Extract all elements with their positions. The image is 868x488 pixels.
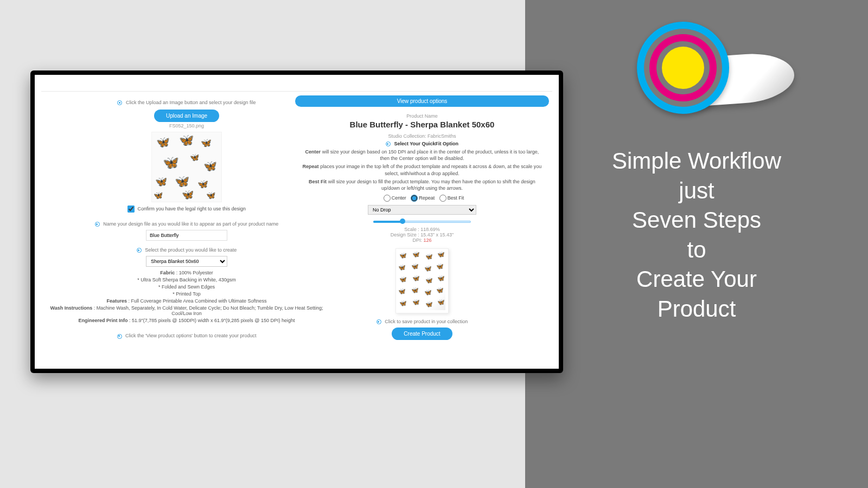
studio-collection: Studio Collection: FabricSmiths xyxy=(292,133,552,139)
quickfit-heading: Select Your QuickFit Option xyxy=(394,141,458,146)
dpi-readout: DPI: 126 xyxy=(292,237,552,243)
product-name-heading: Blue Butterfly - Sherpa Blanket 50x60 xyxy=(292,120,552,129)
quickfit-bestfit-desc: Best Fit will size your design to fill t… xyxy=(301,178,544,191)
quickfit-center-radio[interactable] xyxy=(384,195,391,202)
scale-readout: Scale : 118.69% xyxy=(292,227,552,232)
step-indicator-icon xyxy=(95,222,100,227)
step-upload-hint: Click the Upload an Image button and sel… xyxy=(46,100,328,105)
step-view-options-hint: Click the 'View product options' button … xyxy=(46,333,328,338)
product-mockup: 🦋🦋🦋🦋 🦋🦋🦋🦋 🦋🦋🦋🦋 🦋🦋🦋🦋 🦋🦋🦋🦋 xyxy=(395,248,449,313)
spec-wash: Wash Instructions : Machine Wash, Separa… xyxy=(46,305,328,316)
product-name-label: Product Name xyxy=(292,113,552,119)
quickfit-bestfit-radio[interactable] xyxy=(439,195,446,202)
promo-panel: Simple Workflow just Seven Steps to Crea… xyxy=(525,0,868,488)
upload-image-button[interactable]: Upload an Image xyxy=(154,110,219,122)
brand-logo xyxy=(631,22,762,114)
spec-bullet: * Folded and Sewn Edges xyxy=(46,284,328,290)
right-column: View product options Product Name Blue B… xyxy=(292,95,552,340)
designsize-readout: Design Size : 15.43" x 15.43" xyxy=(292,232,552,237)
spec-bullet: * Printed Top xyxy=(46,291,328,297)
app-frame: Click the Upload an Image button and sel… xyxy=(30,70,563,373)
spec-bullet: * Ultra Soft Sherpa Backing in White, 43… xyxy=(46,277,328,282)
left-column: Click the Upload an Image button and sel… xyxy=(46,100,328,339)
step-save-hint: Click to save product in your collection xyxy=(292,319,552,324)
design-preview: 🦋 🦋 🦋 🦋 🦋 🦋 🦋 🦋 🦋 🦋 🦋 🦋 xyxy=(151,132,222,202)
step-name-hint: Name your design file as you would like … xyxy=(46,221,328,227)
spec-print-info: Engineered Print Info : 51.9"(7,785 pixe… xyxy=(46,318,328,323)
promo-text: Simple Workflow just Seven Steps to Crea… xyxy=(612,146,781,324)
spec-fabric: Fabric : 100% Polyester xyxy=(46,270,328,275)
quickfit-radio-row: Center Repeat Best Fit xyxy=(292,195,552,202)
drop-select[interactable]: No Drop xyxy=(368,205,476,215)
spec-features: Features : Full Coverage Printable Area … xyxy=(46,298,328,304)
design-name-input[interactable] xyxy=(146,230,227,241)
step-indicator-icon xyxy=(376,319,381,324)
legal-confirm-checkbox[interactable] xyxy=(127,206,135,213)
step-indicator-icon xyxy=(117,100,122,105)
step-indicator-icon xyxy=(386,142,391,146)
uploaded-filename: FS052_150.png xyxy=(46,123,328,129)
scale-slider[interactable] xyxy=(373,218,471,226)
legal-confirm-row: Confirm you have the legal right to use … xyxy=(46,206,328,213)
step-indicator-icon xyxy=(117,334,122,339)
quickfit-center-desc: Center will size your design based on 15… xyxy=(301,149,544,162)
quickfit-repeat-desc: Repeat places your image in the top left… xyxy=(301,163,544,176)
step-indicator-icon xyxy=(137,248,142,253)
product-select[interactable]: Sherpa Blanket 50x60 xyxy=(146,256,227,267)
app-screen: Click the Upload an Image button and sel… xyxy=(35,75,559,369)
create-product-button[interactable]: Create Product xyxy=(392,328,452,340)
quickfit-repeat-radio[interactable] xyxy=(411,195,418,202)
view-product-options-button[interactable]: View product options xyxy=(295,95,549,107)
step-select-product-hint: Select the product you would like to cre… xyxy=(46,247,328,253)
